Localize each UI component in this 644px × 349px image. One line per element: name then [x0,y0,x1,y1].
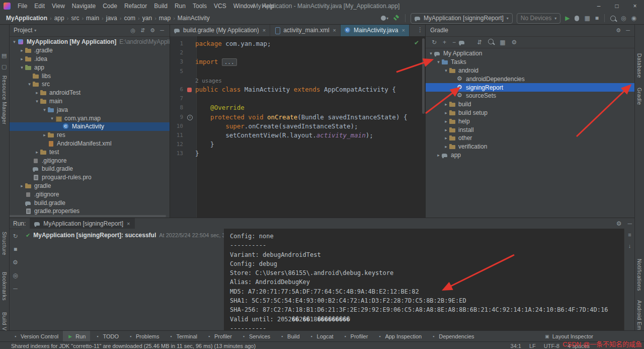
horizontal-scrollbar[interactable] [9,215,166,217]
project-tree-item-gradle[interactable]: ▸gradle [9,182,170,190]
code-line[interactable]: 7 [170,94,422,103]
notifications-icon[interactable]: ◉ [629,15,639,22]
chevron-right-icon[interactable]: ▸ [443,102,449,107]
project-tree-item-build-gradle[interactable]: build.gradle [9,198,170,207]
pin-icon[interactable]: ◎ [13,272,18,279]
chevron-down-icon[interactable]: ▾ [34,99,40,104]
breadcrumb-item-main[interactable]: main [85,15,100,22]
run-configuration-select[interactable]: MyApplication [signingReport] ▾ [411,13,513,24]
bottom-bar-item-version-control-0[interactable]: ▪Version Control [8,331,63,342]
tool-tab-bookmarks[interactable]: Bookmarks [2,272,8,301]
detach-project-icon[interactable]: − [449,39,459,46]
gradle-tree-item-android[interactable]: ▾android [426,66,635,75]
breadcrumb-item-java[interactable]: java [105,15,118,22]
menu-build[interactable]: Build [150,3,171,10]
chevron-right-icon[interactable]: ▸ [443,144,449,149]
rerun-icon[interactable]: ↻ [13,233,18,240]
stop-icon[interactable]: ■ [14,246,17,253]
chevron-right-icon[interactable]: ▸ [19,48,25,53]
build-hammer-icon[interactable] [391,15,402,21]
gradle-tree-item-sourcesets[interactable]: sourceSets [426,92,635,100]
execute-task-icon[interactable] [459,39,471,45]
chevron-right-icon[interactable]: ▸ [34,90,40,95]
project-tree-item-java[interactable]: ▾java [9,105,170,114]
sort-icon[interactable]: ⇵ [474,39,485,46]
debug-button[interactable] [572,16,582,21]
project-tree-item-app[interactable]: ▾app [9,63,170,72]
editor-scrollbar[interactable] [422,36,425,218]
chevron-down-icon[interactable]: ▾ [26,82,33,87]
chevron-down-icon[interactable]: ▾ [11,39,18,44]
bottom-bar-item-terminal-4[interactable]: ▪Terminal [164,331,202,342]
caret-position[interactable]: 34:1 [507,343,525,349]
code-line[interactable]: 1package com.yan.map; [170,39,422,48]
run-tab[interactable]: MyApplication [signingReport] × [30,218,134,229]
project-tree-item-libs[interactable]: libs [9,72,170,80]
project-tree-item-test[interactable]: ▸test [9,148,170,156]
chevron-right-icon[interactable]: ▸ [34,150,40,155]
chevron-down-icon[interactable]: ▾ [428,51,434,56]
chevron-down-icon[interactable]: ▾ [41,107,48,112]
maximize-button[interactable]: □ [608,0,626,12]
run-result-row[interactable]: ✔ MyApplication [signingReport]: success… [22,229,224,239]
project-tree-item-main[interactable]: ▾main [9,97,170,106]
project-tree-item-gitignore[interactable]: .gitignore [9,156,170,165]
gradle-tree-item-other[interactable]: ▸other [426,134,635,143]
status-message[interactable]: Shared indexes for JDK "corretto-11" are… [0,343,256,349]
tab-options-icon[interactable]: ⋮ [417,26,423,33]
project-tree-item-mainactivity[interactable]: MainActivity [9,122,170,131]
project-tree-item-build-gradle[interactable]: build.gradle [9,165,170,173]
bottom-bar-item-services-6[interactable]: ▪Services [236,331,275,342]
inspections-ok-icon[interactable]: ✔ [414,39,419,46]
commit-tool-icon[interactable]: ▢ [2,63,7,70]
gradle-tree-item-build-setup[interactable]: ▸build setup [426,109,635,117]
gradle-tree-item-my-application[interactable]: ▾My Application [426,49,635,58]
menu-view[interactable]: View [48,3,68,10]
project-tree-item-androidmanifest-xml[interactable]: AndroidManifest.xml [9,139,170,148]
project-tree-item-myapplication-my-application[interactable]: ▾MyApplication [My Application]E:\androi… [9,38,170,46]
bottom-bar-item-app-inspection-10[interactable]: ▪App Inspection [372,331,426,342]
settings-icon[interactable]: ⚙ [147,27,157,34]
chevron-down-icon[interactable]: ▾ [443,68,449,73]
project-tree-item-idea[interactable]: ▸.idea [9,55,170,63]
code-token[interactable]: 2 usages [195,78,222,84]
chevron-right-icon[interactable]: ▸ [443,119,449,124]
editor-tab-activity-main-xml[interactable]: activity_main.xml× [270,24,341,36]
search-icon[interactable] [485,39,497,46]
minimize-button[interactable]: – [590,0,608,12]
code-line[interactable]: 12 } [170,140,422,149]
breadcrumb-item-yan[interactable]: yan [141,15,153,22]
chevron-right-icon[interactable]: ▸ [41,132,48,137]
bottom-bar-item-profiler-9[interactable]: ▪Profiler [338,331,373,342]
chevron-down-icon[interactable]: ▾ [49,116,55,121]
code-line[interactable]: 5 [170,67,422,76]
sync-icon[interactable]: ↻ [429,39,440,46]
gradle-tree-item-androiddependencies[interactable]: androidDependencies [426,75,635,83]
tool-tab-database[interactable]: Database [636,53,642,78]
chevron-down-icon[interactable]: ▾ [19,65,25,70]
settings-icon[interactable]: ⚙ [613,27,623,34]
line-separator-indicator[interactable]: LF [525,343,540,349]
toggle-view-icon[interactable]: ▦ [497,39,508,46]
menu-run[interactable]: Run [171,3,189,10]
gradle-settings-icon[interactable]: ⚙ [509,39,520,46]
project-tool-icon[interactable]: ▤ [2,52,7,59]
code-line[interactable]: 9 protected void onCreate(Bundle savedIn… [170,113,422,122]
tool-tab-notifications[interactable]: Notifications [636,259,642,291]
gradle-tree-item-signingreport[interactable]: signingReport [426,83,635,92]
close-icon[interactable]: × [127,221,130,227]
breadcrumb-item-map[interactable]: map [158,15,172,22]
bottom-bar-item-build-7[interactable]: ▪Build [275,331,304,342]
chevron-right-icon[interactable]: ▸ [435,153,442,158]
run-button[interactable]: ▶ [562,15,572,22]
class-marker-icon[interactable] [183,85,195,94]
expand-collapse-icon[interactable]: ⇵ [138,27,147,34]
run-config-settings-icon[interactable]: ⚙ [13,259,18,266]
encoding-indicator[interactable]: UTF-8 [540,343,564,349]
bottom-bar-item-dependencies-11[interactable]: ▪Dependencies [426,331,478,342]
bottom-bar-item-profiler-5[interactable]: ▪Profiler [202,331,236,342]
menu-code[interactable]: Code [99,3,121,10]
hide-panel-icon[interactable]: ─ [624,220,635,227]
close-icon[interactable]: × [333,27,336,33]
close-button[interactable]: × [626,0,644,12]
